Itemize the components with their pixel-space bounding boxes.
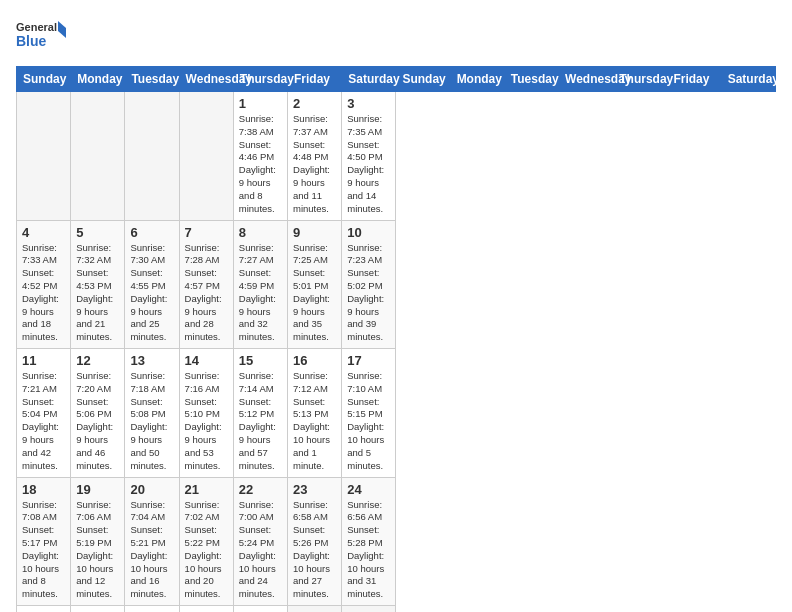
day-info: Sunrise: 7:20 AM Sunset: 5:06 PM Dayligh… [76,370,119,473]
day-number: 14 [185,353,228,368]
weekday-header: Sunday [17,67,71,92]
weekday-header-friday: Friday [667,67,721,92]
day-info: Sunrise: 7:16 AM Sunset: 5:10 PM Dayligh… [185,370,228,473]
logo-svg: General Blue [16,16,66,56]
weekday-header-saturday: Saturday [721,67,775,92]
day-info: Sunrise: 7:37 AM Sunset: 4:48 PM Dayligh… [293,113,336,216]
page-header: General Blue [16,16,776,56]
calendar-day [179,92,233,221]
calendar-day: 4Sunrise: 7:33 AM Sunset: 4:52 PM Daylig… [17,220,71,349]
day-info: Sunrise: 7:02 AM Sunset: 5:22 PM Dayligh… [185,499,228,602]
day-info: Sunrise: 7:28 AM Sunset: 4:57 PM Dayligh… [185,242,228,345]
calendar-day: 15Sunrise: 7:14 AM Sunset: 5:12 PM Dayli… [233,349,287,478]
calendar-day: 24Sunrise: 6:56 AM Sunset: 5:28 PM Dayli… [342,477,396,606]
calendar-day: 19Sunrise: 7:06 AM Sunset: 5:19 PM Dayli… [71,477,125,606]
weekday-header-sunday: Sunday [396,67,450,92]
day-info: Sunrise: 7:00 AM Sunset: 5:24 PM Dayligh… [239,499,282,602]
day-info: Sunrise: 7:23 AM Sunset: 5:02 PM Dayligh… [347,242,390,345]
weekday-header-thursday: Thursday [613,67,667,92]
weekday-header-tuesday: Tuesday [504,67,558,92]
calendar-day: 5Sunrise: 7:32 AM Sunset: 4:53 PM Daylig… [71,220,125,349]
svg-marker-2 [58,21,66,38]
header-row: SundayMondayTuesdayWednesdayThursdayFrid… [17,67,776,92]
day-number: 11 [22,353,65,368]
calendar-day: 20Sunrise: 7:04 AM Sunset: 5:21 PM Dayli… [125,477,179,606]
day-number: 5 [76,225,119,240]
calendar-day: 18Sunrise: 7:08 AM Sunset: 5:17 PM Dayli… [17,477,71,606]
calendar-day [125,92,179,221]
day-number: 9 [293,225,336,240]
day-info: Sunrise: 7:30 AM Sunset: 4:55 PM Dayligh… [130,242,173,345]
calendar-day: 2Sunrise: 7:37 AM Sunset: 4:48 PM Daylig… [288,92,342,221]
calendar-day: 8Sunrise: 7:27 AM Sunset: 4:59 PM Daylig… [233,220,287,349]
day-number: 22 [239,482,282,497]
weekday-header: Monday [71,67,125,92]
calendar-day: 22Sunrise: 7:00 AM Sunset: 5:24 PM Dayli… [233,477,287,606]
day-number: 4 [22,225,65,240]
day-info: Sunrise: 7:14 AM Sunset: 5:12 PM Dayligh… [239,370,282,473]
calendar-day: 21Sunrise: 7:02 AM Sunset: 5:22 PM Dayli… [179,477,233,606]
calendar-day: 17Sunrise: 7:10 AM Sunset: 5:15 PM Dayli… [342,349,396,478]
calendar-day: 23Sunrise: 6:58 AM Sunset: 5:26 PM Dayli… [288,477,342,606]
calendar-day: 12Sunrise: 7:20 AM Sunset: 5:06 PM Dayli… [71,349,125,478]
weekday-header: Saturday [342,67,396,92]
day-info: Sunrise: 7:35 AM Sunset: 4:50 PM Dayligh… [347,113,390,216]
weekday-header: Thursday [233,67,287,92]
calendar-day [288,606,342,613]
calendar-day: 27Sunrise: 6:50 AM Sunset: 5:33 PM Dayli… [125,606,179,613]
calendar-day: 11Sunrise: 7:21 AM Sunset: 5:04 PM Dayli… [17,349,71,478]
weekday-header: Friday [288,67,342,92]
calendar-day: 13Sunrise: 7:18 AM Sunset: 5:08 PM Dayli… [125,349,179,478]
calendar-day: 16Sunrise: 7:12 AM Sunset: 5:13 PM Dayli… [288,349,342,478]
day-info: Sunrise: 7:10 AM Sunset: 5:15 PM Dayligh… [347,370,390,473]
day-number: 20 [130,482,173,497]
day-number: 17 [347,353,390,368]
svg-text:General: General [16,21,57,33]
day-number: 6 [130,225,173,240]
calendar-day: 26Sunrise: 6:52 AM Sunset: 5:31 PM Dayli… [71,606,125,613]
calendar-week: 4Sunrise: 7:33 AM Sunset: 4:52 PM Daylig… [17,220,776,349]
calendar-week: 11Sunrise: 7:21 AM Sunset: 5:04 PM Dayli… [17,349,776,478]
day-info: Sunrise: 7:06 AM Sunset: 5:19 PM Dayligh… [76,499,119,602]
calendar-day: 6Sunrise: 7:30 AM Sunset: 4:55 PM Daylig… [125,220,179,349]
day-number: 12 [76,353,119,368]
day-info: Sunrise: 6:58 AM Sunset: 5:26 PM Dayligh… [293,499,336,602]
calendar-day: 14Sunrise: 7:16 AM Sunset: 5:10 PM Dayli… [179,349,233,478]
day-number: 16 [293,353,336,368]
logo: General Blue [16,16,66,56]
calendar-day: 1Sunrise: 7:38 AM Sunset: 4:46 PM Daylig… [233,92,287,221]
calendar-day [342,606,396,613]
weekday-header-wednesday: Wednesday [559,67,613,92]
weekday-header-monday: Monday [450,67,504,92]
calendar-day [17,92,71,221]
calendar-day [71,92,125,221]
weekday-header: Wednesday [179,67,233,92]
calendar-day: 29Sunrise: 6:46 AM Sunset: 5:37 PM Dayli… [233,606,287,613]
day-info: Sunrise: 7:27 AM Sunset: 4:59 PM Dayligh… [239,242,282,345]
day-number: 15 [239,353,282,368]
calendar-day: 25Sunrise: 6:54 AM Sunset: 5:30 PM Dayli… [17,606,71,613]
day-number: 7 [185,225,228,240]
day-number: 23 [293,482,336,497]
calendar-day: 10Sunrise: 7:23 AM Sunset: 5:02 PM Dayli… [342,220,396,349]
calendar-week: 18Sunrise: 7:08 AM Sunset: 5:17 PM Dayli… [17,477,776,606]
calendar-day: 3Sunrise: 7:35 AM Sunset: 4:50 PM Daylig… [342,92,396,221]
day-info: Sunrise: 7:32 AM Sunset: 4:53 PM Dayligh… [76,242,119,345]
calendar-week: 1Sunrise: 7:38 AM Sunset: 4:46 PM Daylig… [17,92,776,221]
weekday-header: Tuesday [125,67,179,92]
day-info: Sunrise: 7:21 AM Sunset: 5:04 PM Dayligh… [22,370,65,473]
day-info: Sunrise: 7:08 AM Sunset: 5:17 PM Dayligh… [22,499,65,602]
calendar-day: 7Sunrise: 7:28 AM Sunset: 4:57 PM Daylig… [179,220,233,349]
day-info: Sunrise: 7:38 AM Sunset: 4:46 PM Dayligh… [239,113,282,216]
day-number: 3 [347,96,390,111]
day-number: 21 [185,482,228,497]
day-number: 13 [130,353,173,368]
calendar-day: 28Sunrise: 6:48 AM Sunset: 5:35 PM Dayli… [179,606,233,613]
day-number: 24 [347,482,390,497]
day-number: 10 [347,225,390,240]
day-number: 19 [76,482,119,497]
day-number: 2 [293,96,336,111]
day-info: Sunrise: 6:56 AM Sunset: 5:28 PM Dayligh… [347,499,390,602]
day-number: 8 [239,225,282,240]
day-info: Sunrise: 7:25 AM Sunset: 5:01 PM Dayligh… [293,242,336,345]
